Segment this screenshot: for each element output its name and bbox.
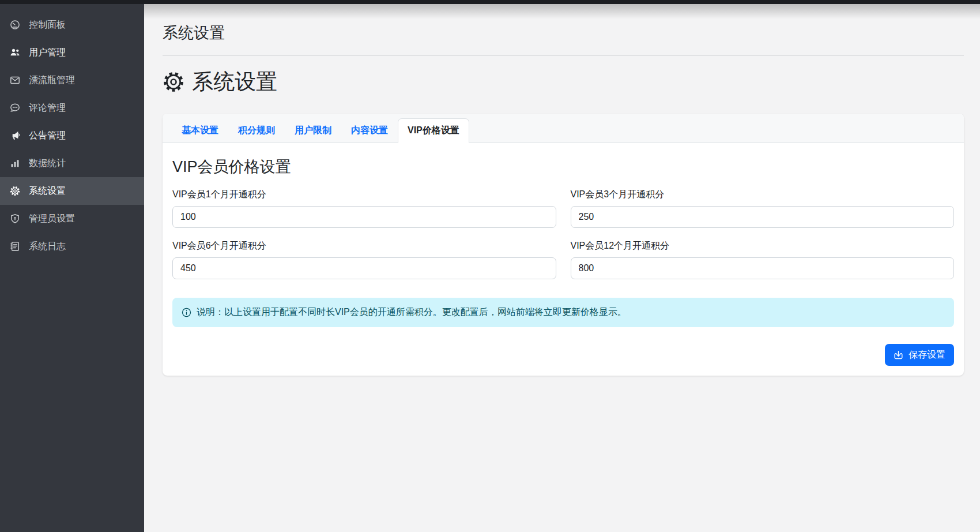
sidebar-item-bottles[interactable]: 漂流瓶管理 (0, 66, 144, 94)
info-circle-icon (182, 308, 191, 317)
envelope-icon (10, 75, 20, 85)
tab-bar: 基本设置 积分规则 用户限制 内容设置 VIP价格设置 (163, 114, 964, 143)
sidebar: 控制面板 用户管理 漂流瓶管理 (0, 0, 144, 532)
users-icon (10, 47, 20, 58)
sidebar-item-system-logs[interactable]: 系统日志 (0, 233, 144, 260)
tab-panel-vip-prices: VIP会员价格设置 VIP会员1个月开通积分 VIP会员3个月开通积分 VIP会… (163, 143, 964, 376)
megaphone-icon (10, 130, 20, 141)
sidebar-item-label: 漂流瓶管理 (29, 74, 75, 87)
main-area: 系统设置 系统设置 基本设置 积分规则 用户限制 内容设置 VIP价格设置 (144, 4, 980, 532)
info-alert-text: 说明：以上设置用于配置不同时长VIP会员的开通所需积分。更改配置后，网站前端将立… (197, 306, 627, 319)
sidebar-item-users[interactable]: 用户管理 (0, 39, 144, 66)
vip-6-months-input[interactable] (172, 257, 556, 279)
info-alert: 说明：以上设置用于配置不同时长VIP会员的开通所需积分。更改配置后，网站前端将立… (172, 298, 954, 327)
sidebar-item-announcements[interactable]: 公告管理 (0, 122, 144, 149)
settings-card: 基本设置 积分规则 用户限制 内容设置 VIP价格设置 VIP会员价格设置 VI… (163, 114, 964, 376)
field-label: VIP会员3个月开通积分 (571, 189, 955, 201)
vip-price-form: VIP会员1个月开通积分 VIP会员3个月开通积分 VIP会员6个月开通积分 V… (172, 189, 954, 279)
shield-icon (10, 213, 20, 224)
journal-icon (10, 241, 20, 252)
tab-basic-settings[interactable]: 基本设置 (172, 118, 228, 143)
save-icon (894, 350, 903, 360)
sidebar-item-system-settings[interactable]: 系统设置 (0, 177, 144, 205)
bar-chart-icon (10, 158, 20, 168)
actions-row: 保存设置 (172, 344, 954, 366)
tab-vip-price-settings[interactable]: VIP价格设置 (398, 118, 469, 143)
sidebar-item-label: 管理员设置 (29, 213, 75, 225)
sidebar-item-label: 数据统计 (29, 158, 66, 170)
tab-points-rules[interactable]: 积分规则 (228, 118, 285, 143)
header-divider (163, 55, 964, 56)
sidebar-item-dashboard[interactable]: 控制面板 (0, 11, 144, 39)
card-title-row: 系统设置 (163, 68, 964, 96)
vip-12-months-input[interactable] (571, 257, 955, 279)
save-button-label: 保存设置 (909, 349, 945, 361)
sidebar-item-admin-settings[interactable]: 管理员设置 (0, 205, 144, 233)
save-settings-button[interactable]: 保存设置 (885, 344, 954, 366)
field-label: VIP会员6个月开通积分 (172, 240, 556, 252)
field-label: VIP会员12个月开通积分 (571, 240, 955, 252)
field-label: VIP会员1个月开通积分 (172, 189, 556, 201)
sidebar-item-comments[interactable]: 评论管理 (0, 94, 144, 122)
field-vip-12-months: VIP会员12个月开通积分 (571, 240, 955, 279)
sidebar-item-label: 系统设置 (29, 185, 66, 197)
sidebar-item-label: 控制面板 (29, 19, 66, 31)
vip-1-month-input[interactable] (172, 206, 556, 228)
speedometer-icon (10, 20, 20, 30)
tab-content-settings[interactable]: 内容设置 (341, 118, 398, 143)
sidebar-item-label: 评论管理 (29, 102, 66, 114)
sidebar-item-label: 用户管理 (29, 47, 66, 59)
sidebar-item-statistics[interactable]: 数据统计 (0, 149, 144, 177)
sidebar-item-label: 公告管理 (29, 130, 66, 142)
field-vip-1-month: VIP会员1个月开通积分 (172, 189, 556, 228)
chat-dots-icon (10, 103, 20, 113)
field-vip-3-months: VIP会员3个月开通积分 (571, 189, 955, 228)
top-bar (0, 0, 980, 4)
settings-title: 系统设置 (192, 68, 277, 96)
tab-user-limits[interactable]: 用户限制 (285, 118, 341, 143)
field-vip-6-months: VIP会员6个月开通积分 (172, 240, 556, 279)
gear-icon (10, 186, 20, 196)
vip-3-months-input[interactable] (571, 206, 955, 228)
section-title: VIP会员价格设置 (172, 156, 954, 177)
page-title: 系统设置 (163, 23, 964, 43)
screen: 控制面板 用户管理 漂流瓶管理 (0, 0, 980, 532)
sidebar-item-label: 系统日志 (29, 241, 66, 253)
gear-icon (163, 71, 184, 93)
